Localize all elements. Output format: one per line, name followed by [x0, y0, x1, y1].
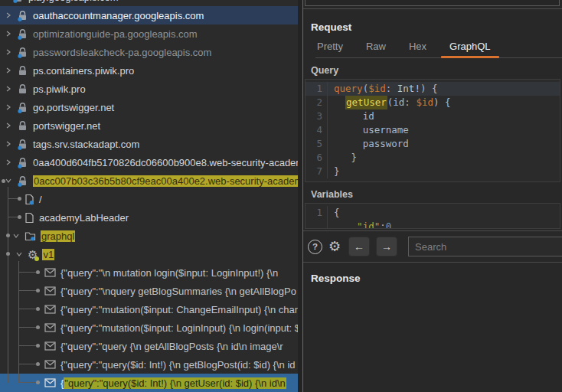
tab-hex[interactable]: Hex [407, 41, 428, 52]
lock-icon [17, 10, 28, 21]
editor-match-highlight: getUser [345, 96, 387, 109]
tree-row-query-changeemail[interactable]: {"query":"mutation($input: ChangeEmailIn… [0, 300, 298, 318]
lock-icon [17, 65, 28, 77]
envelope-icon [44, 360, 56, 369]
code-line: 1{ [306, 206, 560, 220]
tree-connector [36, 362, 40, 366]
lock-icon [17, 83, 28, 95]
tree-row-host-go-portswigger[interactable]: go.portswigger.net [0, 98, 298, 116]
search-match-highlight: "query":"query($id: Int!) {\n getUser(id… [64, 377, 286, 389]
chevron-right-icon[interactable] [5, 31, 12, 37]
status-dot [34, 256, 39, 261]
tree-row-host-ps-containers-piwik[interactable]: ps.containers.piwik.pro [0, 61, 298, 80]
chevron-right-icon[interactable] [5, 12, 12, 18]
variables-section-label: Variables [311, 189, 562, 200]
search-input[interactable] [408, 237, 562, 256]
tree-row-root-path[interactable]: / [0, 190, 298, 208]
lock-icon [17, 139, 28, 150]
chevron-right-icon[interactable] [5, 159, 12, 165]
host-label: play.googleapis.com [28, 0, 119, 3]
request-label: {"query":"mutation($input: ChangeEmailIn… [60, 304, 298, 315]
code-line: "id":0 [306, 220, 560, 229]
tree-row-host-stackadapt[interactable]: tags.srv.stackadapt.com [0, 135, 298, 153]
help-icon[interactable]: ? [308, 240, 322, 254]
chevron-right-icon[interactable] [5, 86, 12, 92]
chevron-down-icon[interactable] [5, 178, 12, 184]
tree-connector [6, 234, 10, 237]
chevron-right-icon[interactable] [5, 67, 12, 74]
folder-label: graphql [41, 230, 75, 242]
tab-graphql[interactable]: GraphQL [448, 41, 492, 52]
tree-connector [36, 270, 40, 274]
request-response-panel: Request Pretty Raw Hex GraphQL Query 1qu… [303, 0, 562, 392]
chevron-right-icon[interactable] [5, 49, 12, 55]
separator [303, 8, 562, 9]
chevron-right-icon[interactable] [5, 122, 12, 129]
response-title: Response [311, 273, 562, 284]
tree-row-graphql-folder[interactable]: graphql [0, 227, 298, 245]
graphql-variables-editor[interactable]: 1{ "id":0 [305, 203, 560, 229]
envelope-icon [44, 341, 56, 351]
tree-connector [18, 197, 21, 201]
panel-splitter[interactable] [298, 0, 303, 392]
code-line: 5 password [306, 137, 560, 151]
lock-icon [17, 102, 28, 113]
tree-connector [6, 252, 10, 256]
search-match-highlight: graphql [41, 230, 75, 242]
envelope-icon [44, 305, 56, 314]
tree-connector [36, 307, 40, 311]
envelope-icon [44, 323, 56, 332]
tree-row-query-mutation-login[interactable]: {"query":"\n mutation login($input: Logi… [0, 263, 298, 282]
editor-toolbar: ? ⚙ ← → [303, 230, 562, 263]
lock-icon [17, 175, 28, 187]
tree-row-host-oauthaccountmanager[interactable]: oauthaccountmanager.googleapis.com [0, 6, 298, 24]
tree-connector [36, 344, 40, 348]
tab-raw[interactable]: Raw [364, 41, 387, 52]
tree-row-query-getblogsummaries[interactable]: {"query":"\nquery getBlogSummaries {\n g… [0, 282, 298, 300]
tree-row-host-0aa400-academy[interactable]: 0aa400d604fb5170826dc06600b900e8.web-sec… [0, 153, 298, 172]
tree-row-query-getallblogposts[interactable]: {"query":"query {\n getAllBlogPosts {\n … [0, 337, 298, 355]
request-tabbar: Pretty Raw Hex GraphQL [315, 41, 562, 58]
host-label: portswigger.net [33, 120, 100, 132]
request-label: {"query":"\nquery getBlogSummaries {\n g… [60, 286, 296, 297]
tree-row-host-passwordsleakcheck[interactable]: passwordsleakcheck-pa.googleapis.com [0, 43, 298, 61]
host-label: ps.piwik.pro [33, 83, 86, 95]
host-label: 0acc007b03c36b5b80cf9eac00a400e2.web-sec… [33, 175, 298, 187]
lock-icon [17, 47, 28, 58]
settings-gear-icon[interactable]: ⚙ [327, 240, 342, 253]
host-label: go.portswigger.net [33, 102, 114, 113]
tree-row-query-getuser-selected[interactable]: {"query":"query($id: Int!) {\n getUser(i… [0, 374, 298, 392]
tree-row-host-optimizationguide[interactable]: optimizationguide-pa.googleapis.com [0, 24, 298, 43]
envelope-icon [44, 286, 56, 296]
response-body-empty [303, 284, 562, 392]
tree-row-query-logininput[interactable]: {"query":"mutation($input: LoginInput) {… [0, 318, 298, 337]
code-line: 1query($id: Int!) { [306, 82, 560, 96]
graphql-query-editor[interactable]: 1query($id: Int!) { 2 getUser(id: $id) {… [305, 79, 560, 182]
tree-row-academylabheader[interactable]: academyLabHeader [0, 208, 298, 227]
query-section-label: Query [311, 65, 562, 76]
code-line: 6 } [306, 151, 560, 165]
back-arrow-button[interactable]: ← [348, 237, 370, 256]
file-icon [25, 194, 34, 205]
tree-row-v1[interactable]: ⚙ v1 [0, 245, 298, 263]
tab-pretty[interactable]: Pretty [315, 41, 345, 52]
chevron-down-icon[interactable] [12, 233, 20, 239]
tree-row-host-portswigger[interactable]: portswigger.net [0, 116, 298, 135]
host-label: oauthaccountmanager.googleapis.com [33, 10, 204, 21]
tree-row-query-getblogpost[interactable]: {"query":"query($id: Int!) {\n getBlogPo… [0, 355, 298, 374]
site-map-tree: play.googleapis.com oauthaccountmanager.… [0, 0, 298, 392]
chevron-right-icon[interactable] [5, 104, 12, 110]
host-label: passwordsleakcheck-pa.googleapis.com [33, 47, 211, 58]
chevron-right-icon[interactable] [5, 141, 12, 147]
chevron-down-icon[interactable] [15, 251, 23, 257]
lock-icon [17, 28, 28, 40]
tree-row-host-ps-piwik[interactable]: ps.piwik.pro [0, 80, 298, 98]
search-match-highlight: v1 [42, 249, 54, 260]
lock-icon [17, 120, 28, 132]
lock-icon [17, 157, 28, 168]
tree-row-partial[interactable]: play.googleapis.com [0, 0, 298, 6]
forward-arrow-button[interactable]: → [376, 237, 397, 256]
path-label: academyLabHeader [39, 212, 129, 224]
file-icon [25, 212, 34, 224]
tree-row-host-0acc007-academy[interactable]: 0acc007b03c36b5b80cf9eac00a400e2.web-sec… [0, 172, 298, 190]
